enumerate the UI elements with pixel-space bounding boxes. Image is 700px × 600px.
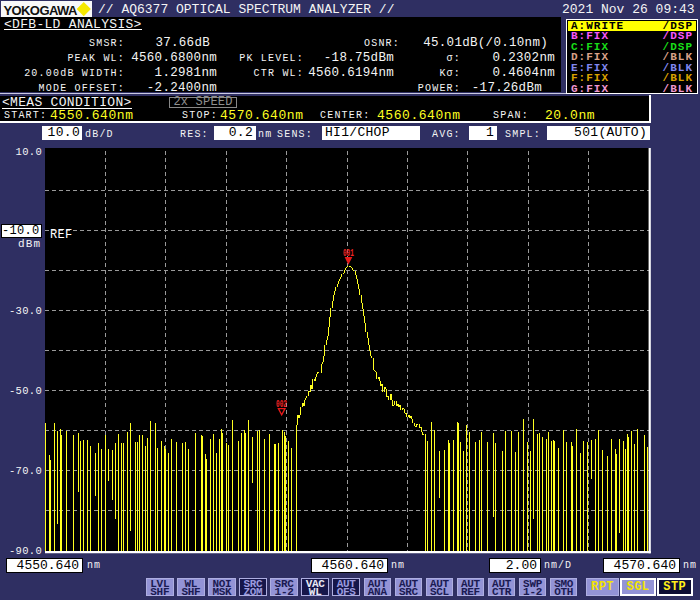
svg-text:002: 002 (276, 399, 287, 410)
svg-text:001: 001 (343, 248, 354, 259)
